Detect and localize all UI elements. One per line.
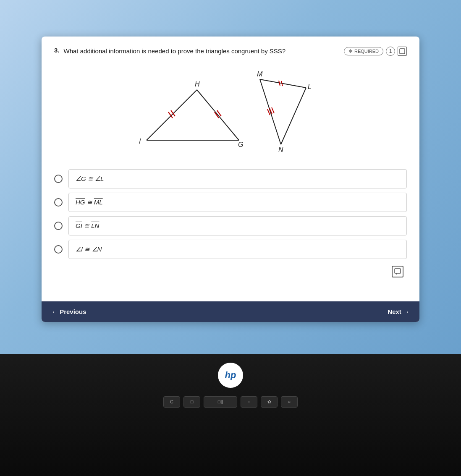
required-badge: ✱ REQUIRED 1 — [344, 47, 407, 56]
option-a-text: ∠G ≅ ∠L — [76, 175, 104, 183]
svg-line-11 — [260, 79, 306, 88]
radio-a[interactable] — [54, 175, 63, 183]
nav-bar: ← Previous Next → — [42, 301, 419, 322]
key-columns[interactable]: □|| — [204, 396, 237, 408]
key-dot[interactable]: ◦ — [241, 396, 257, 408]
svg-text:N: N — [278, 146, 283, 153]
key-gear[interactable]: ✿ — [261, 396, 278, 408]
question-body: What additional information is needed to… — [64, 47, 286, 55]
required-star-icon: ✱ — [348, 48, 353, 54]
svg-line-19 — [272, 107, 274, 113]
comment-icon[interactable] — [392, 266, 403, 277]
svg-line-12 — [281, 88, 306, 144]
required-pill: ✱ REQUIRED — [344, 47, 383, 55]
svg-text:L: L — [308, 83, 312, 90]
option-row-c: GI ≅ LN — [54, 216, 407, 235]
question-number: 3. — [54, 47, 60, 54]
radio-d[interactable] — [54, 245, 63, 254]
radio-b[interactable] — [54, 198, 63, 207]
option-d-text: ∠I ≅ ∠N — [76, 246, 102, 253]
option-row-d: ∠I ≅ ∠N — [54, 240, 407, 259]
option-c-text: GI ≅ LN — [76, 222, 99, 230]
next-button[interactable]: Next → — [388, 308, 409, 315]
question-text: 3. What additional information is needed… — [54, 47, 337, 55]
svg-text:I: I — [139, 138, 141, 145]
option-box-a[interactable]: ∠G ≅ ∠L — [68, 169, 407, 188]
flag-icon[interactable] — [398, 47, 407, 56]
diagram-area: H I G M L N — [54, 63, 407, 159]
svg-text:H: H — [195, 81, 200, 88]
keyboard-area: hp C □ □|| ◦ ✿ « — [0, 354, 461, 476]
option-row-b: HG ≅ ML — [54, 193, 407, 212]
badge-number: 1 — [386, 47, 395, 56]
previous-button[interactable]: ← Previous — [52, 308, 86, 315]
quiz-card: 3. What additional information is needed… — [42, 37, 419, 322]
svg-line-1 — [147, 90, 197, 140]
key-skip[interactable]: « — [281, 396, 298, 408]
comment-area — [54, 266, 407, 281]
option-row-a: ∠G ≅ ∠L — [54, 169, 407, 188]
key-square[interactable]: □ — [183, 396, 200, 408]
svg-line-2 — [197, 90, 239, 140]
question-header: 3. What additional information is needed… — [54, 47, 407, 56]
option-box-b[interactable]: HG ≅ ML — [68, 193, 407, 212]
option-b-text: HG ≅ ML — [76, 199, 103, 206]
radio-c[interactable] — [54, 222, 63, 230]
svg-rect-22 — [395, 269, 401, 273]
options-list: ∠G ≅ ∠L HG ≅ ML GI ≅ LN — [54, 169, 407, 259]
option-box-c[interactable]: GI ≅ LN — [68, 216, 407, 235]
svg-text:G: G — [238, 141, 243, 148]
key-c[interactable]: C — [163, 396, 180, 408]
svg-line-13 — [260, 79, 281, 144]
option-box-d[interactable]: ∠I ≅ ∠N — [68, 240, 407, 259]
svg-rect-0 — [400, 49, 405, 54]
hp-logo: hp — [218, 363, 243, 388]
required-label: REQUIRED — [354, 49, 379, 54]
keyboard-row-1: C □ □|| ◦ ✿ « — [163, 396, 298, 408]
svg-text:M: M — [257, 71, 263, 78]
